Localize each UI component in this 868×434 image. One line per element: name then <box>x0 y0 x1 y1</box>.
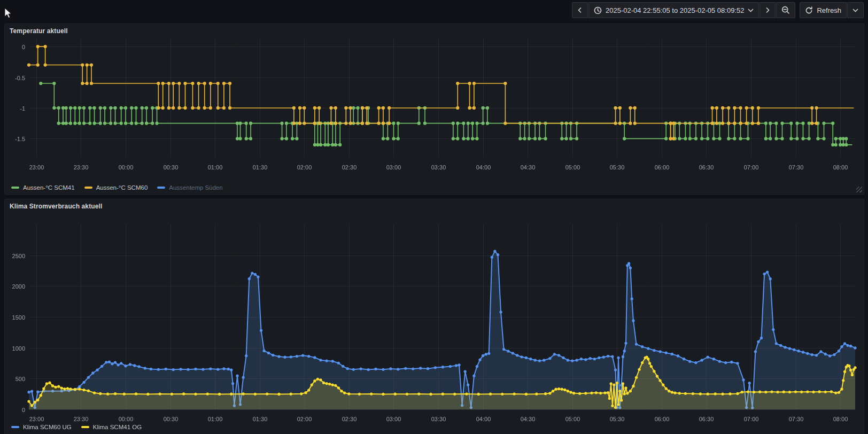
legend-label: Klima SCM41 OG <box>93 424 142 430</box>
zoom-out-icon <box>781 6 790 14</box>
legend-item[interactable]: Aussentemp Süden <box>157 184 222 191</box>
legend-temperatur: Aussen-°C SCM41Aussen-°C SCM60Aussentemp… <box>11 184 223 191</box>
legend-label: Aussen-°C SCM41 <box>23 184 75 191</box>
power-chart-canvas[interactable] <box>5 213 864 434</box>
panel-resize-handle[interactable] <box>856 187 862 192</box>
legend-item[interactable]: Klima SCM41 OG <box>81 424 142 430</box>
legend-label: Aussentemp Süden <box>169 184 222 191</box>
grafana-dashboard: 2025-02-04 22:55:05 to 2025-02-05 08:09:… <box>0 0 868 434</box>
refresh-interval-dropdown[interactable] <box>847 2 864 18</box>
chevron-left-icon <box>577 7 583 13</box>
legend-swatch <box>81 426 89 428</box>
clock-icon <box>594 6 602 14</box>
time-shift-forward-button[interactable] <box>759 2 776 18</box>
temperature-chart-canvas[interactable] <box>5 38 864 178</box>
legend-swatch <box>11 426 19 428</box>
legend-stromverbrauch: Klima SCM60 UGKlima SCM41 OG <box>11 424 142 430</box>
legend-item[interactable]: Aussen-°C SCM41 <box>11 184 75 191</box>
refresh-button[interactable]: Refresh <box>800 2 847 18</box>
chevron-down-icon <box>748 9 754 12</box>
legend-label: Klima SCM60 UG <box>23 424 72 430</box>
legend-item[interactable]: Aussen-°C SCM60 <box>84 184 148 191</box>
chevron-down-icon <box>852 9 858 12</box>
legend-swatch <box>84 187 92 189</box>
chevron-right-icon <box>765 7 770 13</box>
time-shift-back-button[interactable] <box>572 2 588 18</box>
zoom-out-button[interactable] <box>776 2 795 18</box>
time-range-label: 2025-02-04 22:55:05 to 2025-02-05 08:09:… <box>606 6 745 14</box>
time-range-button[interactable]: 2025-02-04 22:55:05 to 2025-02-05 08:09:… <box>588 2 759 18</box>
refresh-label: Refresh <box>817 6 841 14</box>
legend-swatch <box>11 187 19 189</box>
legend-swatch <box>157 187 165 189</box>
legend-label: Aussen-°C SCM60 <box>96 184 148 191</box>
panel-title-temperatur[interactable]: Temperatur aktuell <box>5 24 864 38</box>
panel-title-stromverbrauch[interactable]: Klima Stromverbrauch aktuell <box>5 199 864 213</box>
legend-item[interactable]: Klima SCM60 UG <box>11 424 72 430</box>
panel-stromverbrauch: Klima Stromverbrauch aktuell Klima SCM60… <box>4 199 864 434</box>
panel-temperatur: Temperatur aktuell Aussen-°C SCM41Aussen… <box>4 24 864 195</box>
dashboard-toolbar: 2025-02-04 22:55:05 to 2025-02-05 08:09:… <box>0 0 868 20</box>
refresh-group: Refresh <box>800 2 864 18</box>
time-picker-group: 2025-02-04 22:55:05 to 2025-02-05 08:09:… <box>572 2 796 18</box>
refresh-icon <box>805 6 813 14</box>
